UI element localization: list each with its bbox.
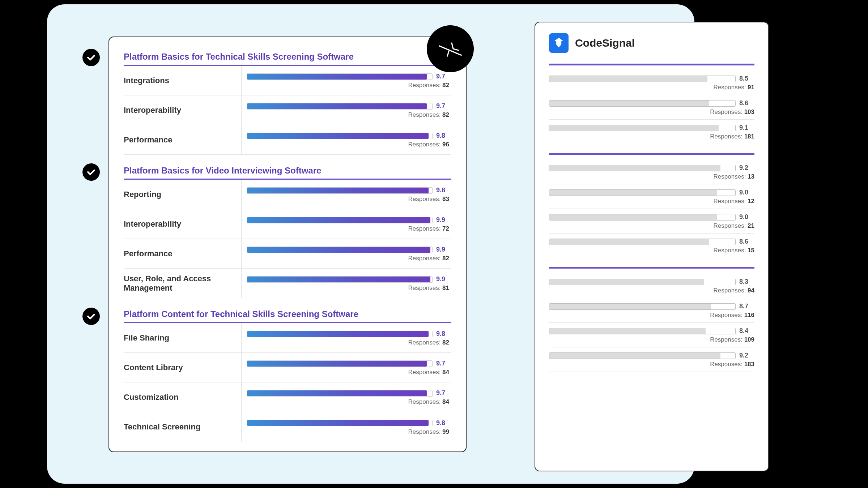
responses-count: Responses: 83 bbox=[247, 196, 451, 203]
score-value: 8.6 bbox=[739, 99, 754, 107]
score-bar bbox=[247, 390, 433, 397]
metric-label: Performance bbox=[124, 239, 242, 268]
section-divider bbox=[549, 64, 754, 65]
metric-row: 9.2Responses: 183 bbox=[549, 347, 754, 372]
score-value: 9.1 bbox=[739, 124, 754, 132]
metric-label: File Sharing bbox=[124, 323, 242, 352]
score-bar bbox=[549, 328, 736, 334]
score-bar bbox=[549, 214, 736, 221]
responses-count: Responses: 94 bbox=[549, 287, 754, 294]
metric-row: File Sharing9.8Responses: 82 bbox=[124, 323, 451, 353]
responses-count: Responses: 116 bbox=[549, 312, 754, 319]
metric-row: 8.6Responses: 15 bbox=[549, 234, 754, 258]
score-value: 9.0 bbox=[739, 213, 754, 221]
metric-label: Content Library bbox=[124, 353, 242, 382]
metric-label: Technical Screening bbox=[124, 412, 242, 442]
responses-count: Responses: 15 bbox=[549, 247, 754, 254]
score-value: 9.8 bbox=[436, 132, 451, 140]
score-bar bbox=[549, 239, 736, 245]
metric-row: Integrations9.7Responses: 82 bbox=[124, 66, 451, 95]
metric-row: 8.4Responses: 109 bbox=[549, 323, 754, 347]
score-bar bbox=[549, 189, 736, 196]
metric-row: Technical Screening9.8Responses: 99 bbox=[124, 412, 451, 442]
score-value: 8.5 bbox=[739, 75, 754, 82]
metric-label: Interoperability bbox=[124, 209, 242, 239]
check-icon bbox=[82, 308, 100, 325]
score-bar bbox=[247, 360, 433, 367]
metric-row: 8.7Responses: 116 bbox=[549, 298, 754, 323]
section-divider bbox=[549, 267, 754, 269]
score-bar bbox=[247, 187, 433, 194]
metric-row: Reporting9.8Responses: 83 bbox=[124, 180, 451, 209]
check-icon bbox=[82, 163, 100, 181]
responses-count: Responses: 103 bbox=[549, 108, 754, 116]
score-value: 9.9 bbox=[436, 275, 451, 283]
score-value: 8.3 bbox=[739, 278, 754, 286]
score-value: 9.0 bbox=[739, 189, 754, 196]
metric-label: User, Role, and Access Management bbox=[124, 269, 242, 298]
responses-count: Responses: 21 bbox=[549, 222, 754, 230]
metric-label: Reporting bbox=[124, 180, 242, 209]
score-value: 9.7 bbox=[436, 73, 451, 80]
score-value: 8.4 bbox=[739, 327, 754, 335]
check-icon bbox=[82, 49, 100, 66]
metric-row: 9.0Responses: 21 bbox=[549, 209, 754, 234]
metric-row: Interoperability9.9Responses: 72 bbox=[124, 209, 451, 239]
score-bar bbox=[549, 352, 736, 359]
section-divider bbox=[549, 153, 754, 155]
score-bar bbox=[549, 279, 736, 285]
brand-name: CodeSignal bbox=[575, 37, 635, 49]
score-value: 9.8 bbox=[436, 419, 451, 427]
score-bar bbox=[549, 303, 736, 310]
metric-label: Integrations bbox=[124, 66, 242, 95]
right-comparison-card: CodeSignal 8.5Responses: 918.6Responses:… bbox=[535, 22, 769, 471]
score-bar bbox=[247, 276, 433, 283]
score-value: 9.8 bbox=[436, 330, 451, 338]
metric-label: Interoperability bbox=[124, 95, 242, 125]
score-value: 9.8 bbox=[436, 187, 451, 194]
responses-count: Responses: 81 bbox=[247, 284, 451, 292]
score-bar bbox=[247, 247, 433, 253]
responses-count: Responses: 82 bbox=[247, 111, 451, 119]
score-bar bbox=[247, 133, 433, 139]
responses-count: Responses: 181 bbox=[549, 133, 754, 140]
metric-row: Customization9.7Responses: 84 bbox=[124, 382, 451, 412]
responses-count: Responses: 84 bbox=[247, 369, 451, 376]
metric-label: Performance bbox=[124, 125, 242, 154]
score-value: 9.7 bbox=[436, 360, 451, 367]
section-title: Platform Basics for Video Interviewing S… bbox=[124, 161, 451, 180]
score-bar bbox=[549, 165, 736, 171]
score-bar bbox=[247, 103, 433, 110]
metric-row: Performance9.9Responses: 82 bbox=[124, 239, 451, 269]
metric-row: User, Role, and Access Management9.9Resp… bbox=[124, 269, 451, 298]
responses-count: Responses: 96 bbox=[247, 141, 451, 148]
score-value: 9.2 bbox=[739, 164, 754, 172]
responses-count: Responses: 91 bbox=[549, 84, 754, 91]
score-value: 8.7 bbox=[739, 303, 754, 310]
metric-row: Content Library9.7Responses: 84 bbox=[124, 353, 451, 382]
metric-row: 9.2Responses: 13 bbox=[549, 160, 754, 184]
responses-count: Responses: 84 bbox=[247, 398, 451, 406]
metric-row: 9.0Responses: 12 bbox=[549, 184, 754, 209]
score-value: 9.9 bbox=[436, 216, 451, 224]
score-bar bbox=[247, 420, 433, 426]
score-value: 9.2 bbox=[739, 352, 754, 359]
metric-row: 8.5Responses: 91 bbox=[549, 70, 754, 95]
codesignal-logo-icon bbox=[549, 33, 569, 53]
score-bar bbox=[247, 331, 433, 337]
score-bar bbox=[549, 76, 736, 82]
responses-count: Responses: 99 bbox=[247, 428, 451, 436]
left-comparison-card: Platform Basics for Technical Skills Scr… bbox=[109, 37, 467, 452]
metric-row: 8.3Responses: 94 bbox=[549, 274, 754, 298]
score-value: 9.7 bbox=[436, 102, 451, 110]
section-title: Platform Content for Technical Skills Sc… bbox=[124, 305, 451, 323]
responses-count: Responses: 13 bbox=[549, 173, 754, 180]
responses-count: Responses: 12 bbox=[549, 198, 754, 205]
responses-count: Responses: 109 bbox=[549, 336, 754, 343]
metric-label: Customization bbox=[124, 382, 242, 412]
metric-row: 8.6Responses: 103 bbox=[549, 95, 754, 120]
brand-header: CodeSignal bbox=[549, 33, 754, 53]
score-value: 9.7 bbox=[436, 389, 451, 397]
responses-count: Responses: 82 bbox=[247, 82, 451, 89]
score-value: 8.6 bbox=[739, 238, 754, 245]
